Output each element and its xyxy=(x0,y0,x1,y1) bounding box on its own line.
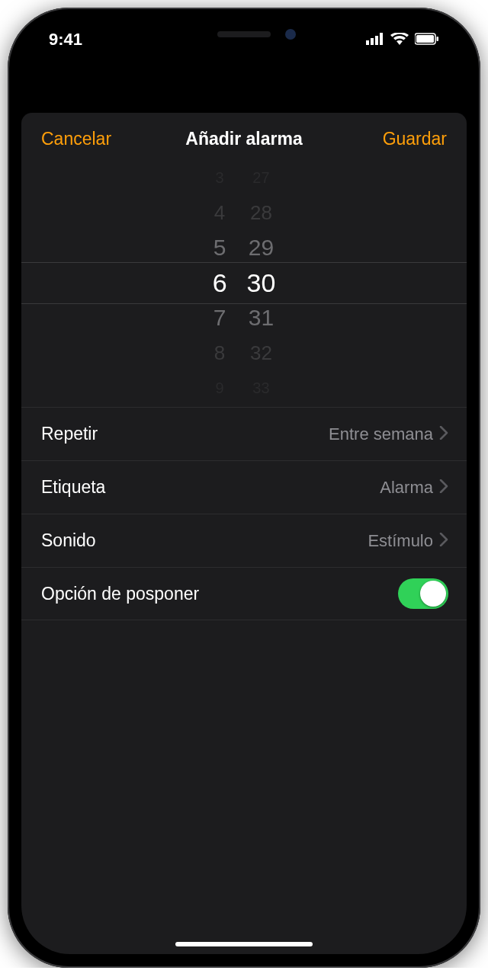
navbar: Cancelar Añadir alarma Guardar xyxy=(21,113,467,165)
row-label: Repetir xyxy=(41,424,98,444)
alarm-settings-list: Repetir Entre semana Etiqueta Alarma xyxy=(21,407,467,620)
picker-minute[interactable]: 31 xyxy=(249,300,274,335)
status-time: 9:41 xyxy=(49,30,82,50)
picker-hour[interactable]: 4 xyxy=(214,195,225,230)
chevron-right-icon xyxy=(439,426,448,443)
picker-hour-selected[interactable]: 6 xyxy=(213,265,227,300)
front-camera xyxy=(285,29,296,40)
picker-minute-selected[interactable]: 30 xyxy=(247,265,276,300)
wifi-icon xyxy=(390,30,409,50)
picker-hour[interactable]: 8 xyxy=(214,335,225,370)
picker-hour[interactable]: 9 xyxy=(216,370,224,405)
chevron-right-icon xyxy=(439,533,448,549)
row-value: Alarma xyxy=(380,478,433,498)
svg-rect-3 xyxy=(380,33,383,45)
repeat-row[interactable]: Repetir Entre semana xyxy=(21,407,467,460)
page-title: Añadir alarma xyxy=(185,129,302,149)
picker-minute[interactable]: 27 xyxy=(252,160,269,195)
sound-row[interactable]: Sonido Estímulo xyxy=(21,514,467,567)
toggle-knob xyxy=(420,581,446,607)
snooze-toggle[interactable] xyxy=(398,578,448,609)
phone-bezel: 9:41 Cancelar Añ xyxy=(21,21,467,954)
svg-rect-6 xyxy=(437,37,439,41)
row-label: Sonido xyxy=(41,530,96,551)
speaker-grille xyxy=(217,31,271,37)
row-value: Estímulo xyxy=(368,531,433,551)
cancel-button[interactable]: Cancelar xyxy=(41,129,111,149)
picker-minute[interactable]: 33 xyxy=(252,370,269,405)
cellular-signal-icon xyxy=(366,30,384,50)
screen: 9:41 Cancelar Añ xyxy=(21,21,467,954)
home-indicator[interactable] xyxy=(175,942,313,946)
svg-rect-5 xyxy=(416,35,434,43)
add-alarm-sheet: Cancelar Añadir alarma Guardar 3 4 5 6 7… xyxy=(21,113,467,954)
notch xyxy=(137,21,351,47)
time-picker[interactable]: 3 4 5 6 7 8 9 27 28 29 30 xyxy=(21,165,467,401)
picker-minute[interactable]: 29 xyxy=(249,230,274,265)
svg-rect-0 xyxy=(366,40,369,45)
row-value: Entre semana xyxy=(329,424,433,444)
phone-frame: 9:41 Cancelar Añ xyxy=(8,8,480,968)
picker-minute[interactable]: 28 xyxy=(250,195,272,230)
minute-wheel[interactable]: 27 28 29 30 31 32 33 xyxy=(247,165,276,401)
chevron-right-icon xyxy=(439,479,448,496)
picker-hour[interactable]: 5 xyxy=(214,230,226,265)
row-label: Etiqueta xyxy=(41,477,105,498)
picker-hour[interactable]: 7 xyxy=(214,300,226,335)
picker-minute[interactable]: 32 xyxy=(250,335,272,370)
svg-rect-2 xyxy=(375,36,378,45)
row-label: Opción de posponer xyxy=(41,584,199,604)
save-button[interactable]: Guardar xyxy=(383,129,447,149)
svg-rect-1 xyxy=(371,38,374,45)
label-row[interactable]: Etiqueta Alarma xyxy=(21,460,467,514)
picker-hour[interactable]: 3 xyxy=(216,160,224,195)
snooze-row: Opción de posponer xyxy=(21,567,467,620)
battery-icon xyxy=(415,30,439,50)
hour-wheel[interactable]: 3 4 5 6 7 8 9 xyxy=(213,165,227,401)
